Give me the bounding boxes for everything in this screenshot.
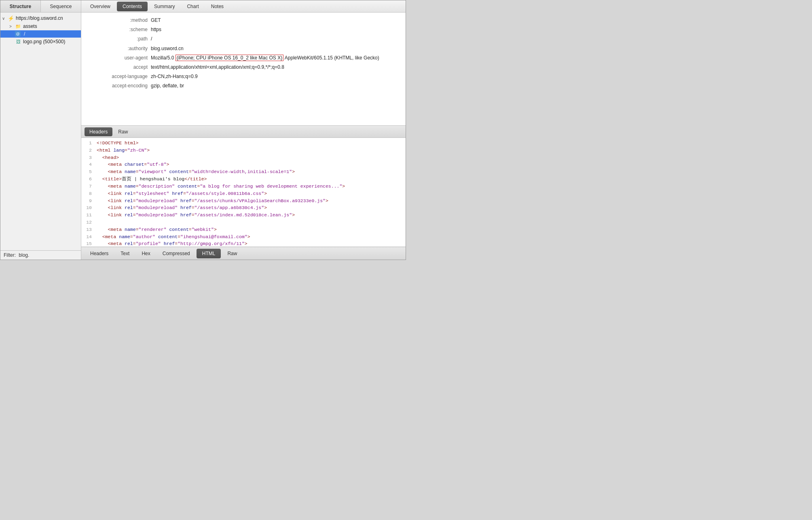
bolt-icon: ⚡ xyxy=(8,15,14,21)
line-content: <meta name="author" content="ihengshuai@… xyxy=(97,233,250,241)
code-line: 9 <link rel="modulepreload" href="/asset… xyxy=(85,197,402,205)
line-number: 4 xyxy=(85,161,97,168)
tree-item-assets[interactable]: > 📁 assets xyxy=(0,22,81,30)
bottom-tab-html[interactable]: HTML xyxy=(197,249,221,258)
bottom-tabs: Headers Text Hex Compressed HTML Raw xyxy=(81,247,406,260)
line-number: 3 xyxy=(85,154,97,161)
code-line: 15 <meta rel="profile" href="http://gmpg… xyxy=(85,240,402,247)
header-row-method: :method GET xyxy=(81,16,406,25)
header-value: blog.usword.cn xyxy=(151,45,401,53)
line-content: <html lang="zh-CN"> xyxy=(97,147,150,154)
line-content: <meta name="description" content="a blog… xyxy=(97,183,345,190)
line-number: 5 xyxy=(85,168,97,175)
bottom-tab-text[interactable]: Text xyxy=(115,249,135,258)
header-row-accept: accept text/html,application/xhtml+xml,a… xyxy=(81,63,406,72)
tab-chart[interactable]: Chart xyxy=(181,2,204,11)
bottom-tab-hex[interactable]: Hex xyxy=(136,249,156,258)
code-line: 12 xyxy=(85,219,402,226)
code-line: 10 <link rel="modulepreload" href="/asse… xyxy=(85,204,402,211)
header-value: gzip, deflate, br xyxy=(151,82,401,90)
line-content: <!DOCTYPE html> xyxy=(97,140,139,147)
line-content: <meta charset="utf-8"> xyxy=(97,161,169,168)
header-row-useragent: user-agent Mozilla/5.0 (iPhone; CPU iPho… xyxy=(81,53,406,63)
code-body: 1<!DOCTYPE html>2<html lang="zh-CN">3 <h… xyxy=(81,138,406,247)
line-number: 9 xyxy=(85,197,97,205)
code-line: 8 <link rel="stylesheet" href="/assets/s… xyxy=(85,190,402,197)
header-row-accept-lang: accept-language zh-CN,zh-Hans;q=0.9 xyxy=(81,72,406,81)
header-key: :path xyxy=(86,35,151,43)
header-row-scheme: :scheme https xyxy=(81,25,406,34)
headers-section: :method GET :scheme https :path / :autho… xyxy=(81,13,406,125)
line-number: 6 xyxy=(85,175,97,183)
tab-summary[interactable]: Summary xyxy=(148,2,180,11)
line-content: <link rel="modulepreload" href="/assets/… xyxy=(97,197,328,205)
header-key: accept-language xyxy=(86,73,151,80)
bottom-tab-compressed[interactable]: Compressed xyxy=(157,249,196,258)
header-value: GET xyxy=(151,17,401,24)
tree-item-label: / xyxy=(24,31,25,37)
tab-contents[interactable]: Contents xyxy=(117,2,148,11)
tree-item-label: logo.png (500×500) xyxy=(23,39,65,44)
header-key: accept xyxy=(86,63,151,71)
line-content: <link rel="modulepreload" href="/assets/… xyxy=(97,204,267,211)
code-line: 1<!DOCTYPE html> xyxy=(85,140,402,147)
bottom-tab-headers[interactable]: Headers xyxy=(85,249,114,258)
line-number: 15 xyxy=(85,240,97,247)
sidebar-top-tabs: Structure Sequence xyxy=(0,0,81,13)
header-value: zh-CN,zh-Hans;q=0.9 xyxy=(151,73,401,80)
main-layout: Structure Sequence ∨ ⚡ https://blog.uswo… xyxy=(0,0,406,260)
line-number: 11 xyxy=(85,211,97,219)
app-window: Structure Sequence ∨ ⚡ https://blog.uswo… xyxy=(0,0,406,260)
code-section: Headers Raw 1<!DOCTYPE html>2<html lang=… xyxy=(81,125,406,247)
header-key: :authority xyxy=(86,45,151,53)
header-value: text/html,application/xhtml+xml,applicat… xyxy=(151,63,401,71)
code-line: 2<html lang="zh-CN"> xyxy=(85,147,402,154)
code-line: 6 <title>首页 | hengshuai's blog</title> xyxy=(85,175,402,183)
arrow-icon: > xyxy=(9,24,15,29)
header-row-authority: :authority blog.usword.cn xyxy=(81,44,406,53)
code-line: 14 <meta name="author" content="ihengshu… xyxy=(85,233,402,241)
header-key: user-agent xyxy=(86,54,151,62)
code-line: 4 <meta charset="utf-8"> xyxy=(85,161,402,168)
content-tabs: Overview Contents Summary Chart Notes xyxy=(81,0,406,13)
sidebar-tree: ∨ ⚡ https://blog.usword.cn > 📁 assets @ … xyxy=(0,13,81,250)
sidebar-tab-sequence[interactable]: Sequence xyxy=(41,0,81,12)
tree-item-label: assets xyxy=(23,23,37,29)
tree-item-logo[interactable]: 🖼 logo.png (500×500) xyxy=(0,38,81,46)
header-value: https xyxy=(151,26,401,34)
tab-notes[interactable]: Notes xyxy=(205,2,229,11)
tree-item-slash[interactable]: @ / xyxy=(0,30,81,38)
line-number: 13 xyxy=(85,226,97,233)
line-content: <meta rel="profile" href="http://gmpg.or… xyxy=(97,240,247,247)
header-value-useragent: Mozilla/5.0 (iPhone; CPU iPhone OS 16_0_… xyxy=(151,54,401,62)
header-key: :scheme xyxy=(86,26,151,34)
bottom-tab-raw[interactable]: Raw xyxy=(222,249,243,258)
code-tab-raw[interactable]: Raw xyxy=(113,127,133,136)
line-content: <meta name="renderer" content="webkit"> xyxy=(97,226,217,233)
line-number: 7 xyxy=(85,183,97,190)
line-number: 10 xyxy=(85,204,97,211)
tree-item-root[interactable]: ∨ ⚡ https://blog.usword.cn xyxy=(0,14,81,22)
header-row-path: :path / xyxy=(81,34,406,44)
tab-overview[interactable]: Overview xyxy=(85,2,116,11)
line-content: <head> xyxy=(97,154,119,161)
image-icon: 🖼 xyxy=(15,38,21,45)
highlight-box: (iPhone; CPU iPhone OS 16_0_2 like Mac O… xyxy=(176,55,283,61)
header-value: / xyxy=(151,35,401,43)
sidebar-tab-structure[interactable]: Structure xyxy=(0,0,41,12)
page-icon: @ xyxy=(15,31,21,37)
sidebar-filter: Filter: blog. xyxy=(0,250,81,260)
header-key: :method xyxy=(86,17,151,24)
code-tabs: Headers Raw xyxy=(81,126,406,138)
line-number: 2 xyxy=(85,147,97,154)
content-panel: Overview Contents Summary Chart Notes xyxy=(81,0,406,260)
line-number: 8 xyxy=(85,190,97,197)
sidebar: Structure Sequence ∨ ⚡ https://blog.uswo… xyxy=(0,0,81,260)
arrow-icon: ∨ xyxy=(2,16,8,21)
line-content: <link rel="modulepreload" href="/assets/… xyxy=(97,211,295,219)
header-row-accept-enc: accept-encoding gzip, deflate, br xyxy=(81,81,406,91)
code-tab-headers[interactable]: Headers xyxy=(85,127,112,136)
code-line: 3 <head> xyxy=(85,154,402,161)
code-line: 7 <meta name="description" content="a bl… xyxy=(85,183,402,190)
code-line: 13 <meta name="renderer" content="webkit… xyxy=(85,226,402,233)
